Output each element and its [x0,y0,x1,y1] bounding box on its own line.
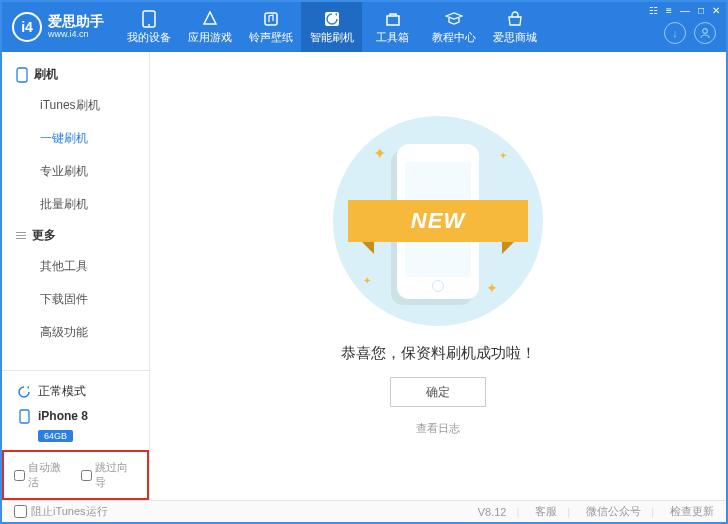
music-icon [262,10,280,28]
store-icon [506,10,524,28]
wechat-link[interactable]: 微信公众号 [586,504,641,519]
minimize-icon[interactable]: — [680,5,690,16]
tab-flash[interactable]: 智能刷机 [301,2,362,52]
star-icon: ✦ [499,150,507,161]
logo-icon: i4 [12,12,42,42]
menu-icon[interactable]: ☷ [649,5,658,16]
success-illustration: NEW ✦ ✦ ✦ ✦ [333,116,543,326]
app-url: www.i4.cn [48,30,104,40]
view-log-link[interactable]: 查看日志 [416,421,460,436]
svg-point-1 [148,24,150,26]
apps-icon [201,10,219,28]
sidebar-group-more: 更多 [2,221,149,250]
window-controls: ☷ ≡ — □ ✕ [649,5,720,16]
main-panel: NEW ✦ ✦ ✦ ✦ 恭喜您，保资料刷机成功啦！ 确定 查看日志 [150,52,726,500]
confirm-button[interactable]: 确定 [390,377,486,407]
auto-activate-checkbox[interactable]: 自动激活 [14,460,71,490]
app-header: i4 爱思助手 www.i4.cn 我的设备 应用游戏 铃声壁纸 智能刷机 工具… [2,2,726,52]
svg-rect-6 [17,68,27,82]
tab-apps[interactable]: 应用游戏 [179,2,240,52]
svg-point-5 [703,29,708,34]
app-title: 爱思助手 [48,14,104,29]
sidebar-item-oneclick[interactable]: 一键刷机 [2,122,149,155]
sidebar-item-download[interactable]: 下载固件 [2,283,149,316]
sidebar-item-pro[interactable]: 专业刷机 [2,155,149,188]
bottom-options: 自动激活 跳过向导 [2,450,149,500]
phone-icon [140,10,158,28]
svg-rect-7 [20,410,29,423]
sidebar-item-batch[interactable]: 批量刷机 [2,188,149,221]
device-name-row[interactable]: iPhone 8 [16,404,135,428]
star-icon: ✦ [363,275,371,286]
tab-store[interactable]: 爱思商城 [484,2,545,52]
star-icon: ✦ [486,280,498,296]
download-icon[interactable]: ↓ [664,22,686,44]
close-icon[interactable]: ✕ [712,5,720,16]
tutorial-icon [445,10,463,28]
tab-tools[interactable]: 工具箱 [362,2,423,52]
maximize-icon[interactable]: □ [698,5,704,16]
sidebar-item-itunes[interactable]: iTunes刷机 [2,89,149,122]
svg-rect-4 [387,16,399,25]
skip-wizard-checkbox[interactable]: 跳过向导 [81,460,138,490]
sidebar-item-other[interactable]: 其他工具 [2,250,149,283]
hamburger-icon [16,232,26,239]
new-ribbon: NEW [348,200,528,242]
flash-icon [323,10,341,28]
status-bar: 阻止iTunes运行 V8.12 | 客服 | 微信公众号 | 检查更新 [2,500,726,522]
sidebar-group-flash: 刷机 [2,60,149,89]
version-label: V8.12 [478,506,507,518]
storage-badge: 64GB [38,430,73,442]
support-link[interactable]: 客服 [535,504,557,519]
refresh-icon [16,384,32,400]
svg-rect-2 [265,13,277,25]
prevent-itunes-checkbox[interactable]: 阻止iTunes运行 [14,504,108,519]
star-icon: ✦ [373,144,386,163]
device-mode[interactable]: 正常模式 [16,379,135,404]
header-tabs: 我的设备 应用游戏 铃声壁纸 智能刷机 工具箱 教程中心 爱思商城 [118,2,545,52]
phone-outline-icon [16,67,28,83]
logo: i4 爱思助手 www.i4.cn [2,2,118,52]
feedback-icon[interactable]: ≡ [666,5,672,16]
toolbox-icon [384,10,402,28]
tab-ringtones[interactable]: 铃声壁纸 [240,2,301,52]
sidebar-item-advanced[interactable]: 高级功能 [2,316,149,349]
update-link[interactable]: 检查更新 [670,504,714,519]
success-message: 恭喜您，保资料刷机成功啦！ [341,344,536,363]
tab-my-device[interactable]: 我的设备 [118,2,179,52]
user-icon[interactable] [694,22,716,44]
sidebar: 刷机 iTunes刷机 一键刷机 专业刷机 批量刷机 更多 其他工具 下载固件 … [2,52,150,500]
tab-tutorials[interactable]: 教程中心 [423,2,484,52]
device-phone-icon [16,408,32,424]
